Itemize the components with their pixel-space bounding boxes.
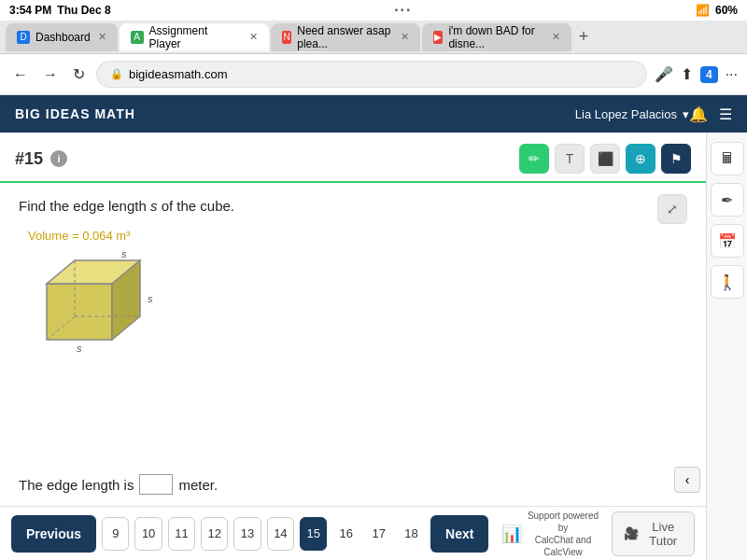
forward-button[interactable]: →	[39, 63, 62, 87]
tab-need-answer[interactable]: N Need answer asap plea... ✕	[271, 23, 420, 51]
pencil-tool-button[interactable]: ✏	[519, 144, 549, 174]
tab-assignment[interactable]: A Assignment Player ✕	[120, 23, 269, 51]
question-variable: s	[150, 198, 158, 214]
question-toolbar: ✏ T ⬛ ⊕ ⚑	[519, 144, 691, 174]
tab-close-need-answer[interactable]: ✕	[401, 31, 409, 43]
next-button[interactable]: Next	[430, 515, 488, 553]
calculator-button[interactable]: 🖩	[711, 142, 744, 175]
page-btn-15[interactable]: 15	[300, 517, 327, 551]
answer-suffix: meter.	[178, 477, 218, 493]
notification-button[interactable]: 🔔	[689, 105, 708, 123]
new-tab-button[interactable]: +	[573, 27, 595, 47]
previous-button[interactable]: Previous	[11, 515, 96, 553]
live-tutor-button[interactable]: 🎥 Live Tutor	[612, 511, 696, 556]
page-btn-18[interactable]: 18	[398, 517, 425, 551]
image-tool-button[interactable]: ⬛	[590, 144, 620, 174]
back-button[interactable]: ←	[9, 63, 32, 87]
date-display: Thu Dec 8	[57, 4, 110, 17]
svg-text:s: s	[121, 248, 127, 259]
collapse-sidebar-button[interactable]: ‹	[674, 467, 700, 493]
status-bar: 3:54 PM Thu Dec 8 ··· 📶 60%	[0, 0, 747, 21]
question-number: #15	[15, 149, 43, 169]
page-btn-10[interactable]: 10	[134, 517, 162, 551]
question-text: Find the edge length s of the cube. ⤢	[19, 198, 687, 214]
status-bar-right: 📶 60%	[696, 4, 738, 17]
tab-favicon-need-answer: N	[282, 31, 292, 44]
info-icon[interactable]: i	[50, 150, 67, 167]
question-number-area: #15 i	[15, 149, 67, 169]
answer-area: The edge length is meter.	[0, 463, 706, 506]
content-panel: #15 i ✏ T ⬛ ⊕ ⚑ Find the edge length s o…	[0, 133, 706, 560]
flag-tool-button[interactable]: ⚑	[661, 144, 691, 174]
tab-label-assignment: Assignment Player	[149, 24, 242, 50]
support-logo: 📊 Support powered byCalcChat and CalcVie…	[501, 510, 599, 558]
microphone-button[interactable]: 🎤	[655, 65, 673, 83]
wifi-icon: 📶	[696, 4, 710, 17]
tab-label-youtube: i'm down BAD for disne...	[448, 24, 543, 50]
svg-text:s: s	[77, 343, 82, 354]
app-header: BIG IDEAS MATH Lia Lopez Palacios ▾ 🔔 ☰	[0, 95, 747, 133]
browser-bar: ← → ↻ 🔒 bigideasmath.com 🎤 ⬆ 4 ···	[0, 54, 747, 95]
page-btn-12[interactable]: 12	[201, 517, 228, 551]
tab-favicon-assignment: A	[131, 31, 144, 44]
page-btn-9[interactable]: 9	[102, 517, 129, 551]
video-icon: 🎥	[624, 526, 639, 540]
svg-marker-0	[47, 284, 112, 340]
cube-diagram: Volume = 0.064 m³ s	[28, 229, 177, 362]
tab-favicon-youtube: ▶	[433, 31, 444, 44]
pen-button[interactable]: ✒	[711, 183, 744, 217]
lock-icon: 🔒	[110, 68, 123, 80]
live-tutor-label: Live Tutor	[644, 520, 684, 548]
tab-label-dashboard: Dashboard	[35, 31, 91, 44]
menu-button[interactable]: ☰	[719, 105, 732, 123]
profile-badge[interactable]: 4	[700, 66, 718, 83]
accessibility-button[interactable]: 🚶	[711, 265, 744, 299]
question-header: #15 i ✏ T ⬛ ⊕ ⚑	[0, 133, 706, 183]
main-area: #15 i ✏ T ⬛ ⊕ ⚑ Find the edge length s o…	[0, 133, 747, 560]
tab-close-assignment[interactable]: ✕	[249, 31, 258, 43]
battery-display: 60%	[715, 4, 738, 17]
answer-input[interactable]	[139, 474, 173, 495]
question-text-part2: of the cube.	[162, 198, 234, 214]
text-tool-button[interactable]: T	[555, 144, 585, 174]
tab-favicon-dashboard: D	[17, 31, 30, 44]
question-text-part1: Find the edge length	[19, 198, 147, 214]
volume-label: Volume = 0.064 m³	[28, 229, 177, 243]
nav-footer: Previous 9 10 11 12 13 14 15 16 17 18 Ne…	[0, 506, 706, 560]
svg-text:s: s	[148, 293, 153, 304]
globe-tool-button[interactable]: ⊕	[626, 144, 655, 174]
question-body: Find the edge length s of the cube. ⤢ Vo…	[0, 183, 706, 463]
calcchat-icon: 📊	[501, 524, 522, 544]
cube-svg: s s s	[28, 246, 177, 362]
user-menu[interactable]: Lia Lopez Palacios ▾	[575, 107, 689, 121]
page-btn-11[interactable]: 11	[168, 517, 195, 551]
tab-label-need-answer: Need answer asap plea...	[297, 24, 392, 50]
tab-bar: D Dashboard ✕ A Assignment Player ✕ N Ne…	[0, 21, 747, 54]
calendar-button[interactable]: 📅	[711, 224, 744, 258]
page-btn-17[interactable]: 17	[365, 517, 392, 551]
expand-button[interactable]: ⤢	[657, 194, 687, 224]
share-button[interactable]: ⬆	[681, 65, 693, 83]
app-header-icons: 🔔 ☰	[689, 105, 732, 123]
more-options-button[interactable]: ···	[726, 66, 738, 83]
support-text: Support powered byCalcChat and CalcView	[526, 510, 599, 558]
user-dropdown-icon: ▾	[683, 107, 689, 121]
time-display: 3:54 PM	[9, 4, 51, 17]
page-btn-13[interactable]: 13	[233, 517, 261, 551]
tab-close-youtube[interactable]: ✕	[552, 31, 560, 43]
tab-close-dashboard[interactable]: ✕	[98, 31, 106, 43]
url-display: bigideasmath.com	[129, 67, 228, 81]
answer-prefix: The edge length is	[19, 477, 134, 493]
app-logo: BIG IDEAS MATH	[15, 106, 575, 121]
username-display: Lia Lopez Palacios	[575, 107, 677, 121]
address-bar[interactable]: 🔒 bigideasmath.com	[96, 61, 647, 88]
status-bar-left: 3:54 PM Thu Dec 8	[9, 4, 111, 17]
page-btn-14[interactable]: 14	[267, 517, 294, 551]
side-toolbar: 🖩 ✒ 📅 🚶	[706, 133, 747, 560]
page-btn-16[interactable]: 16	[332, 517, 359, 551]
tab-dots: ···	[394, 2, 412, 19]
reload-button[interactable]: ↻	[69, 62, 89, 87]
browser-actions: 🎤 ⬆ 4 ···	[655, 65, 738, 83]
tab-youtube[interactable]: ▶ i'm down BAD for disne... ✕	[422, 23, 571, 51]
tab-dashboard[interactable]: D Dashboard ✕	[6, 23, 118, 51]
